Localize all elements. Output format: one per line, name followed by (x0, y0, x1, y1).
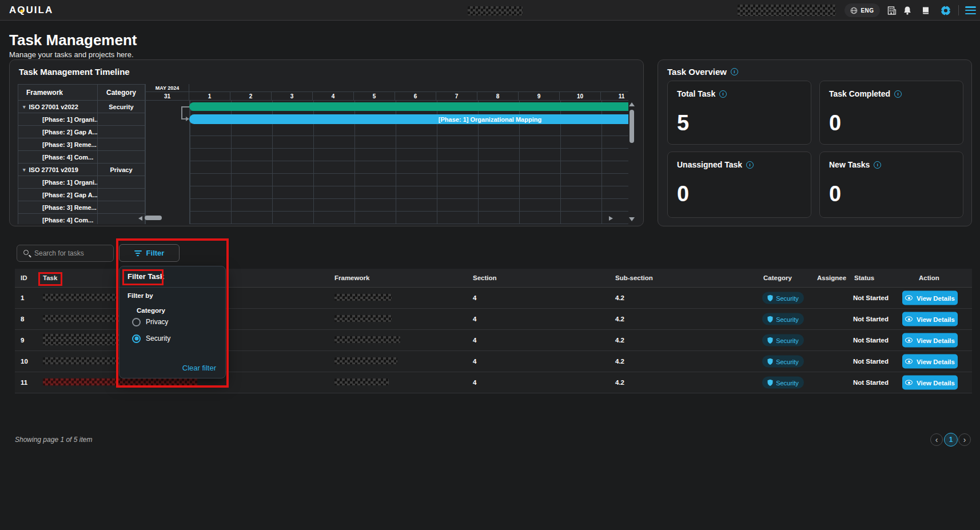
pagination-next-button[interactable]: › (958, 433, 971, 446)
horizontal-scroll-thumb[interactable] (145, 216, 162, 220)
eye-icon (905, 338, 913, 343)
stat-value: 5 (677, 111, 689, 136)
pagination-page-1[interactable]: 1 (944, 433, 958, 447)
gantt-day-header: 2 (230, 92, 272, 101)
gantt-bar-label: [Phase: 1] Organizational Mapping (439, 116, 541, 123)
category-badge: Security (762, 292, 804, 304)
stat-card-task-completed: Task Completedi 0 (819, 81, 963, 145)
cell-section: 4 (473, 358, 476, 365)
docs-book-icon[interactable] (921, 5, 931, 15)
header-category: Category (763, 274, 792, 281)
radio-selected-icon[interactable] (132, 334, 141, 343)
cell-section: 4 (473, 316, 476, 322)
info-icon[interactable]: i (874, 161, 881, 169)
scroll-up-icon[interactable] (629, 102, 635, 106)
cell-sub-section: 4.2 (615, 294, 624, 301)
support-lifebuoy-icon[interactable] (941, 5, 951, 15)
info-icon[interactable]: i (731, 68, 738, 75)
gantt-row: [Phase: 3] Reme... (18, 138, 145, 151)
status-text: Not Started (853, 316, 889, 322)
radio-icon[interactable] (132, 318, 141, 326)
view-details-button[interactable]: View Details (902, 333, 958, 348)
clear-filter-link[interactable]: Clear filter (182, 364, 216, 372)
stat-card-total-task: Total Taski 5 (667, 81, 811, 145)
collapse-caret-icon[interactable]: ▾ (23, 104, 26, 110)
cell-id: 1 (21, 294, 24, 301)
cell-sub-section: 4.2 (615, 358, 624, 365)
gantt-row: ▾ISO 27701 v2019 Privacy (18, 164, 145, 176)
eye-icon (905, 296, 913, 301)
redacted-center-text (468, 6, 523, 15)
redacted-task-name (43, 315, 120, 322)
gantt-row-label: ISO 27001 v2022 (29, 103, 78, 110)
gantt-row-label: [Phase: 4] Com... (42, 154, 93, 161)
scroll-down-icon[interactable] (629, 217, 635, 221)
pagination-prev-button[interactable]: ‹ (930, 433, 943, 446)
notifications-bell-icon[interactable] (902, 5, 913, 15)
aquila-logo[interactable]: AQUILA (9, 5, 53, 16)
status-text: Not Started (853, 294, 889, 301)
radio-label: Privacy (146, 318, 168, 326)
shield-icon (767, 379, 773, 386)
redacted-framework (334, 336, 400, 343)
language-label: ENG (861, 7, 874, 14)
gantt-day-header: 11 (601, 92, 628, 101)
redacted-framework (334, 294, 392, 301)
filter-popup: Filter Task Filter by Category Privacy S… (119, 266, 226, 378)
cell-section: 4 (473, 294, 476, 301)
language-selector[interactable]: ENG (844, 3, 880, 17)
cell-section: 4 (473, 379, 476, 386)
gantt-vertical-scrollbar[interactable] (628, 101, 635, 224)
task-management-screen: AQUILA ENG (0, 0, 980, 530)
shield-icon (767, 337, 773, 344)
scroll-left-icon[interactable] (138, 216, 142, 221)
radio-option-security[interactable]: Security (132, 333, 218, 344)
gantt-row-label: [Phase: 4] Com... (42, 217, 93, 224)
shield-icon (767, 358, 773, 365)
view-details-button[interactable]: View Details (902, 354, 958, 369)
timeline-panel: Task Management Timeline Framework Categ… (9, 59, 644, 226)
gantt-chart: Framework Category ▾ISO 27001 v2022 Secu… (18, 84, 635, 224)
info-icon[interactable]: i (746, 161, 754, 169)
eye-icon (905, 359, 913, 364)
gantt-bar-phase[interactable]: [Phase: 1] Organizational Mapping (189, 114, 628, 124)
header-status: Status (854, 274, 874, 281)
info-icon[interactable]: i (719, 90, 727, 98)
filter-by-label: Filter by (128, 292, 153, 299)
cell-id: 10 (21, 358, 28, 365)
logo-q-dot: Q (17, 5, 26, 16)
gantt-day-header: 7 (436, 92, 477, 101)
vertical-scroll-thumb[interactable] (630, 110, 634, 143)
category-badge: Security (762, 356, 804, 368)
view-details-button[interactable]: View Details (902, 291, 958, 305)
view-details-button[interactable]: View Details (902, 312, 958, 326)
search-icon (23, 250, 29, 255)
radio-option-privacy[interactable]: Privacy (132, 317, 218, 327)
pagination-summary: Showing page 1 of 5 item (15, 436, 92, 444)
filter-popup-title: Filter Task (128, 272, 164, 281)
menu-hamburger-icon[interactable] (965, 6, 976, 14)
filter-button[interactable]: Filter (119, 244, 180, 262)
page-subtitle: Manage your tasks and projects here. (9, 50, 134, 59)
gantt-row-category: Privacy (97, 164, 145, 176)
status-text: Not Started (853, 379, 889, 386)
organization-icon[interactable] (886, 5, 897, 15)
gantt-category-header: Category (97, 84, 145, 101)
category-badge: Security (762, 334, 804, 346)
view-details-button[interactable]: View Details (902, 376, 958, 390)
shield-icon (767, 294, 773, 301)
gantt-row: [Phase: 1] Organi... (18, 176, 145, 189)
cell-id: 9 (21, 337, 24, 344)
collapse-caret-icon[interactable]: ▾ (23, 167, 26, 173)
filter-button-label: Filter (146, 249, 165, 257)
scroll-right-icon[interactable] (609, 216, 613, 221)
gantt-row-category: Security (97, 101, 145, 113)
info-icon[interactable]: i (894, 90, 902, 98)
gantt-day-header: 4 (313, 92, 354, 101)
redacted-framework (334, 315, 392, 322)
cell-id: 11 (21, 379, 27, 386)
gantt-bar-framework[interactable] (189, 102, 628, 111)
gantt-row-label: [Phase: 2] Gap A... (42, 192, 98, 198)
search-input[interactable] (34, 245, 111, 261)
stat-value: 0 (829, 182, 841, 206)
